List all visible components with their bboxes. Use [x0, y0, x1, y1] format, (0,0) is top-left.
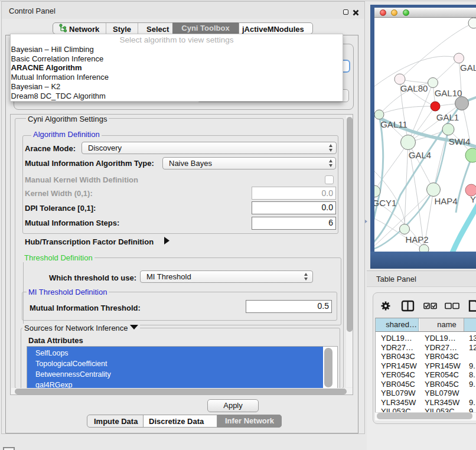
- svg-text:GAL2: GAL2: [460, 63, 476, 73]
- svg-text:GCY1: GCY1: [374, 198, 396, 208]
- svg-text:GAL10: GAL10: [435, 88, 462, 98]
- svg-text:HAP4: HAP4: [434, 196, 457, 206]
- svg-text:GAL11: GAL11: [380, 119, 407, 129]
- svg-text:GAL4: GAL4: [409, 150, 431, 160]
- svg-text:SWI4: SWI4: [449, 136, 471, 146]
- svg-text:Y: Y: [470, 194, 476, 204]
- svg-text:GAL1: GAL1: [436, 112, 459, 122]
- svg-text:HAP2: HAP2: [405, 234, 428, 244]
- svg-text:GAL80: GAL80: [400, 83, 428, 93]
